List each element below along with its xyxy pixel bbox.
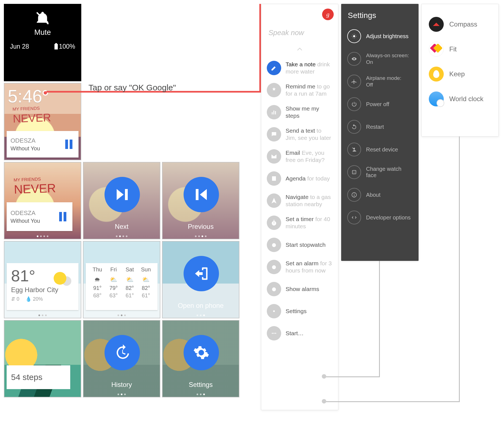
- weather-meta: ⇵ 0 💧 20%: [11, 296, 74, 302]
- voice-item-text: Email Eve, you free on Friday?: [286, 149, 333, 164]
- voice-item-sms[interactable]: Send a text to Jim, see you later: [261, 123, 338, 145]
- voice-item-text: Show alarms: [286, 285, 319, 293]
- watchface-tile[interactable]: MY FRIENDS NEVER 5:46 ODESZA Without You: [4, 83, 81, 160]
- reminder-icon: [267, 83, 281, 97]
- settings-tile[interactable]: Settings: [162, 320, 239, 397]
- settings-item-airplane[interactable]: Airplane mode:Off: [341, 70, 419, 93]
- voice-menu-panel[interactable]: g Speak now Take a note drink more water…: [261, 4, 338, 410]
- previous-button[interactable]: [184, 177, 219, 212]
- pause-icon[interactable]: [65, 140, 75, 149]
- forecast-low: 68°: [90, 292, 105, 299]
- voice-item-text: Agenda for today: [286, 175, 330, 182]
- app-item-keep[interactable]: Keep: [422, 62, 498, 87]
- settings-button[interactable]: [184, 335, 219, 370]
- reset-icon: [347, 143, 361, 156]
- page-dots: [195, 235, 207, 237]
- airplane-icon: [347, 75, 361, 88]
- voice-item-more[interactable]: Start…: [261, 322, 338, 344]
- voice-item-text: Start stopwatch: [286, 241, 326, 248]
- previous-tile[interactable]: Previous: [162, 162, 239, 239]
- settings-item-face[interactable]: Change watch face: [341, 161, 419, 184]
- voice-item-timer[interactable]: Set a timer for 40 minutes: [261, 212, 338, 234]
- page-dots: [197, 314, 205, 316]
- voice-item-mail[interactable]: Email Eve, you free on Friday?: [261, 145, 338, 167]
- forecast-day: Thu: [90, 266, 105, 273]
- next-tile[interactable]: Next: [83, 162, 160, 239]
- voice-item-nav[interactable]: Navigate to a gas station nearby: [261, 190, 338, 212]
- forecast-icon: ⛅: [139, 276, 153, 284]
- voice-item-alarms[interactable]: Show alarms: [261, 278, 338, 300]
- app-item-compass[interactable]: Compass: [422, 12, 498, 37]
- power-icon: [347, 97, 361, 111]
- apps-panel[interactable]: CompassFitKeepWorld clock: [421, 4, 499, 137]
- svg-point-6: [275, 333, 276, 334]
- settings-title: Settings: [341, 4, 419, 25]
- next-button[interactable]: [105, 177, 140, 212]
- app-label: Keep: [449, 70, 465, 78]
- mail-icon: [267, 149, 281, 164]
- app-item-world[interactable]: World clock: [422, 87, 498, 111]
- nowplaying-card[interactable]: ODESZA Without You: [7, 131, 79, 158]
- forecast-high: 79°: [106, 285, 121, 291]
- app-item-fit[interactable]: Fit: [422, 37, 498, 62]
- music-card[interactable]: ODESZA Without You: [7, 202, 72, 231]
- steps-tile[interactable]: 54 steps: [4, 320, 81, 397]
- google-badge[interactable]: g: [322, 9, 334, 20]
- voice-item-agenda[interactable]: Agenda for today: [261, 167, 338, 190]
- page-dots: [116, 235, 127, 237]
- forecast-low: 61°: [139, 292, 153, 299]
- more-icon: [267, 326, 281, 340]
- svg-rect-9: [352, 171, 356, 174]
- history-tile[interactable]: History: [83, 320, 160, 397]
- forecast-day: Fri: [106, 266, 121, 273]
- pause-icon[interactable]: [59, 212, 69, 221]
- settings-item-reset[interactable]: Reset device: [341, 138, 419, 161]
- keep-icon: [429, 67, 444, 82]
- brightness-icon: [347, 29, 361, 43]
- settings-item-eye[interactable]: Always-on screen:On: [341, 48, 419, 70]
- voice-item-gear[interactable]: Settings: [261, 300, 338, 322]
- settings-item-power[interactable]: Power off: [341, 93, 419, 116]
- settings-panel[interactable]: Settings Adjust brightnessAlways-on scre…: [341, 4, 419, 261]
- page-dots: [117, 394, 126, 395]
- history-button[interactable]: [105, 335, 140, 370]
- settings-item-restart[interactable]: Restart: [341, 116, 419, 138]
- forecast-icon: ⛅: [106, 276, 121, 284]
- voice-item-text: Set a timer for 40 minutes: [286, 216, 333, 230]
- forecast-icon: 🌧: [90, 276, 105, 284]
- alarm-icon: [267, 260, 281, 274]
- weather-forecast-tile[interactable]: ThuFriSatSun🌧⛅⛅⛅91°79°82°82°68°63°61°61°: [83, 241, 160, 318]
- forecast-icon: ⛅: [122, 276, 137, 284]
- open-on-phone-tile[interactable]: Open on phone: [162, 241, 239, 318]
- world-icon: [429, 91, 444, 106]
- stopwatch-icon: [267, 238, 281, 252]
- voice-item-pencil[interactable]: Take a note drink more water: [261, 57, 338, 79]
- page-dots: [37, 235, 48, 237]
- open-on-phone-button[interactable]: [184, 256, 219, 291]
- city-label: Egg Harbor City: [11, 286, 74, 294]
- forecast-high: 82°: [139, 285, 153, 291]
- chevron-up-icon[interactable]: [261, 47, 338, 52]
- svg-point-10: [353, 172, 354, 172]
- voice-item-chart[interactable]: Show me my steps: [261, 101, 338, 123]
- connector-line: [325, 401, 460, 402]
- voice-item-reminder[interactable]: Remind me to go for a run at 7am: [261, 79, 338, 101]
- forecast-card: ThuFriSatSun🌧⛅⛅⛅91°79°82°82°68°63°61°61°: [86, 263, 158, 310]
- gear-icon: [267, 304, 281, 318]
- forecast-high: 82°: [122, 285, 137, 291]
- weather-now-tile[interactable]: 81° Egg Harbor City ⇵ 0 💧 20%: [4, 241, 81, 318]
- voice-item-stopwatch[interactable]: Start stopwatch: [261, 234, 338, 256]
- settings-item-brightness[interactable]: Adjust brightness: [341, 25, 419, 48]
- settings-item-info[interactable]: About: [341, 184, 419, 206]
- forecast-low: 63°: [106, 292, 121, 299]
- mute-tile[interactable]: Mute Jun 28 100%: [4, 4, 81, 81]
- connector-node: [322, 374, 326, 379]
- page-dots: [38, 314, 47, 316]
- nowplaying-tile[interactable]: MY FRIENDS NEVER ODESZA Without You: [4, 162, 81, 239]
- voice-item-alarm[interactable]: Set an alarm for 3 hours from now: [261, 256, 338, 278]
- page-dots: [197, 394, 205, 395]
- track-label: Without You: [11, 218, 40, 224]
- svg-point-3: [273, 310, 275, 312]
- settings-item-dev[interactable]: Developer options: [341, 206, 419, 229]
- forecast-low: 61°: [122, 292, 137, 299]
